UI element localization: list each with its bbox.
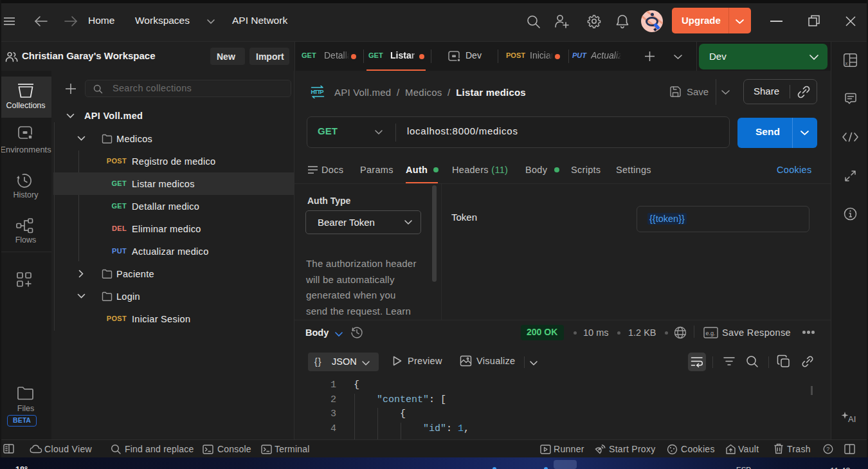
svg-text:HTTP: HTTP (311, 89, 324, 95)
svg-text:?: ? (826, 446, 829, 452)
svg-text:e.g.: e.g. (706, 330, 716, 336)
svg-text:AI: AI (848, 414, 856, 424)
svg-text:x: x (844, 60, 847, 66)
